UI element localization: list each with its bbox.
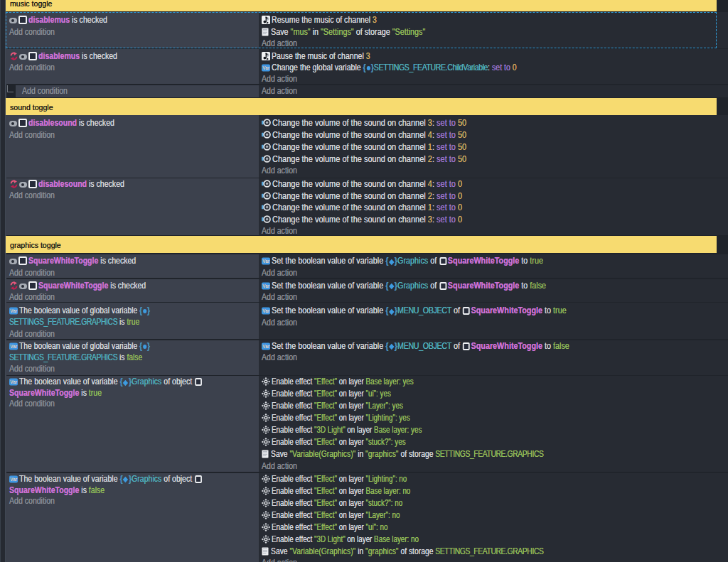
svg-text:Var: Var bbox=[10, 379, 18, 384]
svg-text:Var: Var bbox=[10, 477, 18, 482]
svg-text:Var: Var bbox=[10, 344, 18, 349]
svg-text:Var: Var bbox=[262, 259, 270, 264]
svg-text:Var: Var bbox=[262, 283, 270, 288]
svg-text:Var: Var bbox=[262, 65, 270, 70]
svg-text:Var: Var bbox=[262, 344, 270, 349]
svg-text:Var: Var bbox=[10, 308, 18, 313]
svg-text:Var: Var bbox=[262, 308, 270, 313]
